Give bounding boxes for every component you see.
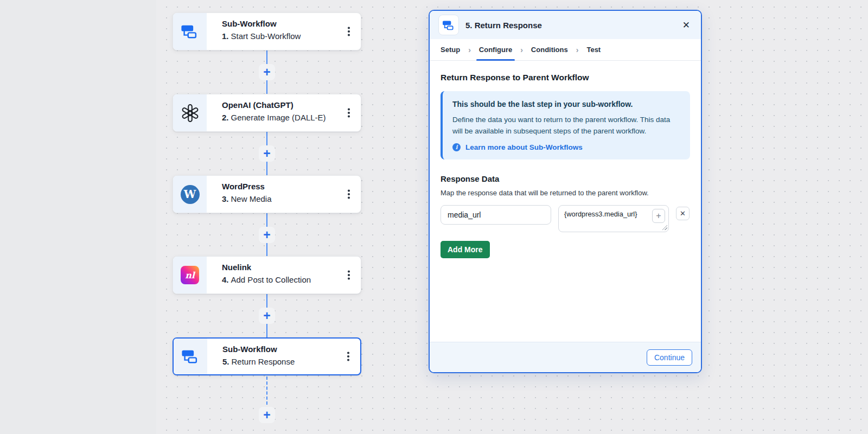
panel-app-icon [438, 15, 459, 35]
openai-icon [181, 104, 200, 123]
workflow-step-3[interactable]: W WordPress 3.New Media [173, 175, 361, 213]
kebab-menu-icon[interactable] [344, 350, 353, 362]
step-number: 4. [222, 275, 229, 284]
add-step-button[interactable]: + [259, 64, 275, 80]
insert-variable-button[interactable]: + [652, 209, 665, 223]
step-number: 1. [222, 31, 229, 41]
step-action-label: Start Sub-Workflow [231, 31, 301, 41]
step-text: WordPress 3.New Media [207, 176, 361, 213]
response-data-heading: Response Data [441, 174, 690, 183]
nuelink-icon: nl [181, 266, 199, 284]
resize-handle[interactable] [662, 225, 667, 230]
panel-body: Return Response to Parent Workflow This … [430, 61, 701, 342]
kebab-menu-icon[interactable] [344, 107, 353, 119]
step-action-label: New Media [231, 194, 272, 203]
step-number: 5. [222, 357, 229, 366]
workflow-connector-dashed-line [266, 376, 267, 405]
step-icon-cell: W [173, 176, 207, 213]
chevron-right-icon: › [468, 46, 471, 54]
step-action-label: Add Post to Collection [231, 275, 311, 284]
learn-more-link[interactable]: Learn more about Sub-Workflows [465, 143, 583, 151]
step-icon-cell [173, 13, 207, 50]
subworkflow-icon [181, 349, 200, 363]
panel-header: 5. Return Response ✕ [430, 11, 701, 39]
response-value-text: {wordpress3.media_url} [564, 210, 637, 218]
tab-setup[interactable]: Setup [441, 39, 460, 60]
response-data-row: {wordpress3.media_url} + ✕ [441, 205, 690, 232]
add-step-button[interactable]: + [259, 308, 275, 324]
step-app-name: Nuelink [222, 263, 361, 272]
tab-test[interactable]: Test [586, 39, 601, 60]
chevron-right-icon: › [576, 46, 579, 54]
step-action-label: Generate Image (DALL-E) [231, 113, 326, 122]
panel-title: 5. Return Response [465, 21, 674, 30]
step-config-panel: 5. Return Response ✕ Setup › Configure ›… [429, 10, 702, 373]
subworkflow-icon [442, 20, 455, 30]
tab-conditions[interactable]: Conditions [531, 39, 568, 60]
info-callout-title: This should be the last step in your sub… [452, 100, 680, 108]
kebab-menu-icon[interactable] [344, 25, 353, 37]
subworkflow-icon [181, 24, 199, 39]
step-app-name: OpenAI (ChatGPT) [222, 100, 361, 110]
step-icon-cell: nl [173, 257, 207, 293]
step-icon-cell [174, 339, 207, 374]
tab-configure[interactable]: Configure [479, 39, 512, 60]
step-text: Nuelink 4.Add Post to Collection [207, 257, 361, 293]
info-callout: This should be the last step in your sub… [441, 91, 690, 159]
step-app-name: Sub-Workflow [222, 344, 360, 354]
panel-footer: Continue [430, 342, 701, 372]
workflow-step-4[interactable]: nl Nuelink 4.Add Post to Collection [173, 256, 361, 294]
add-step-button[interactable]: + [259, 407, 275, 423]
panel-tab-bar: Setup › Configure › Conditions › Test [430, 39, 701, 61]
info-icon: i [452, 143, 461, 151]
step-text: Sub-Workflow 5.Return Response [207, 339, 360, 374]
add-step-button[interactable]: + [259, 145, 275, 162]
workflow-step-1[interactable]: Sub-Workflow 1.Start Sub-Workflow [173, 12, 361, 50]
step-number: 3. [222, 194, 229, 203]
panel-section-title: Return Response to Parent Workflow [441, 73, 690, 82]
step-app-name: Sub-Workflow [222, 19, 361, 28]
info-callout-body: Define the data you want to return to th… [452, 114, 680, 137]
step-action-label: Return Response [232, 357, 295, 366]
add-step-button[interactable]: + [259, 227, 275, 243]
response-data-description: Map the response data that will be retur… [441, 189, 690, 197]
remove-row-button[interactable]: ✕ [676, 207, 690, 220]
workflow-step-5[interactable]: Sub-Workflow 5.Return Response [173, 337, 361, 375]
step-icon-cell [173, 94, 207, 131]
continue-button[interactable]: Continue [647, 349, 692, 366]
response-value-field[interactable]: {wordpress3.media_url} + [558, 205, 669, 232]
workflow-step-2[interactable]: OpenAI (ChatGPT) 2.Generate Image (DALL-… [173, 94, 361, 132]
close-icon[interactable]: ✕ [680, 20, 692, 31]
add-more-button[interactable]: Add More [441, 241, 490, 258]
kebab-menu-icon[interactable] [344, 269, 353, 281]
step-number: 2. [222, 113, 229, 122]
chevron-right-icon: › [520, 46, 523, 54]
response-key-input[interactable] [441, 205, 551, 225]
kebab-menu-icon[interactable] [344, 188, 353, 200]
step-app-name: WordPress [222, 182, 361, 191]
step-text: Sub-Workflow 1.Start Sub-Workflow [207, 13, 361, 50]
wordpress-icon: W [181, 185, 200, 204]
step-text: OpenAI (ChatGPT) 2.Generate Image (DALL-… [207, 94, 361, 131]
